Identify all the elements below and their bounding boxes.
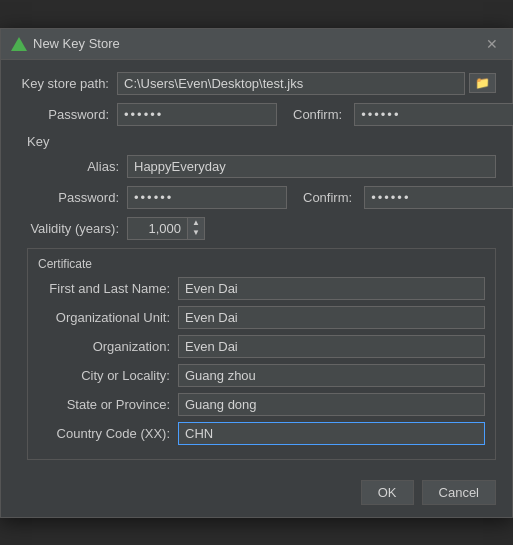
first-last-label: First and Last Name: [38, 281, 178, 296]
keystore-path-label: Key store path: [17, 76, 117, 91]
cancel-button[interactable]: Cancel [422, 480, 496, 505]
certificate-section: Certificate First and Last Name: Organiz… [27, 248, 496, 460]
key-confirm-label: Confirm: [303, 190, 356, 205]
first-last-row: First and Last Name: [38, 277, 485, 300]
alias-row: Alias: [27, 155, 496, 178]
org-unit-input[interactable] [178, 306, 485, 329]
org-input[interactable] [178, 335, 485, 358]
city-input[interactable] [178, 364, 485, 387]
keystore-path-input[interactable] [117, 72, 465, 95]
org-row: Organization: [38, 335, 485, 358]
state-input[interactable] [178, 393, 485, 416]
validity-row: Validity (years): ▲ ▼ [27, 217, 496, 240]
keystore-password-row: Password: Confirm: [17, 103, 496, 126]
spinner-up-button[interactable]: ▲ [188, 218, 204, 229]
validity-input[interactable] [127, 217, 187, 240]
country-label: Country Code (XX): [38, 426, 178, 441]
title-bar-left: New Key Store [11, 36, 120, 51]
close-button[interactable]: ✕ [482, 35, 502, 53]
dialog-footer: OK Cancel [1, 472, 512, 517]
alias-label: Alias: [27, 159, 127, 174]
key-confirm-input[interactable] [364, 186, 513, 209]
first-last-input[interactable] [178, 277, 485, 300]
title-bar: New Key Store ✕ [1, 29, 512, 60]
org-label: Organization: [38, 339, 178, 354]
keystore-path-row: Key store path: 📁 [17, 72, 496, 95]
dialog-title: New Key Store [33, 36, 120, 51]
keystore-confirm-label: Confirm: [293, 107, 346, 122]
keystore-password-label: Password: [17, 107, 117, 122]
key-password-input[interactable] [127, 186, 287, 209]
state-row: State or Province: [38, 393, 485, 416]
browse-button[interactable]: 📁 [469, 73, 496, 93]
country-input[interactable] [178, 422, 485, 445]
validity-input-wrap: ▲ ▼ [127, 217, 205, 240]
validity-label: Validity (years): [27, 221, 127, 236]
city-row: City or Locality: [38, 364, 485, 387]
keystore-confirm-part: Confirm: [293, 103, 513, 126]
keystore-password-input[interactable] [117, 103, 277, 126]
key-password-label: Password: [27, 190, 127, 205]
key-store-icon [11, 37, 27, 51]
state-label: State or Province: [38, 397, 178, 412]
key-section-label: Key [27, 134, 496, 149]
new-key-store-dialog: New Key Store ✕ Key store path: 📁 Passwo… [0, 28, 513, 518]
dialog-body: Key store path: 📁 Password: Confirm: Key… [1, 60, 512, 472]
validity-spinner: ▲ ▼ [187, 217, 205, 240]
key-confirm-part: Confirm: [303, 186, 513, 209]
keystore-confirm-input[interactable] [354, 103, 513, 126]
alias-input[interactable] [127, 155, 496, 178]
org-unit-row: Organizational Unit: [38, 306, 485, 329]
ok-button[interactable]: OK [361, 480, 414, 505]
country-row: Country Code (XX): [38, 422, 485, 445]
key-password-row: Password: Confirm: [27, 186, 496, 209]
org-unit-label: Organizational Unit: [38, 310, 178, 325]
city-label: City or Locality: [38, 368, 178, 383]
spinner-down-button[interactable]: ▼ [188, 228, 204, 239]
certificate-section-label: Certificate [38, 257, 485, 271]
key-section: Key Alias: Password: Confirm: Validity (… [27, 134, 496, 460]
